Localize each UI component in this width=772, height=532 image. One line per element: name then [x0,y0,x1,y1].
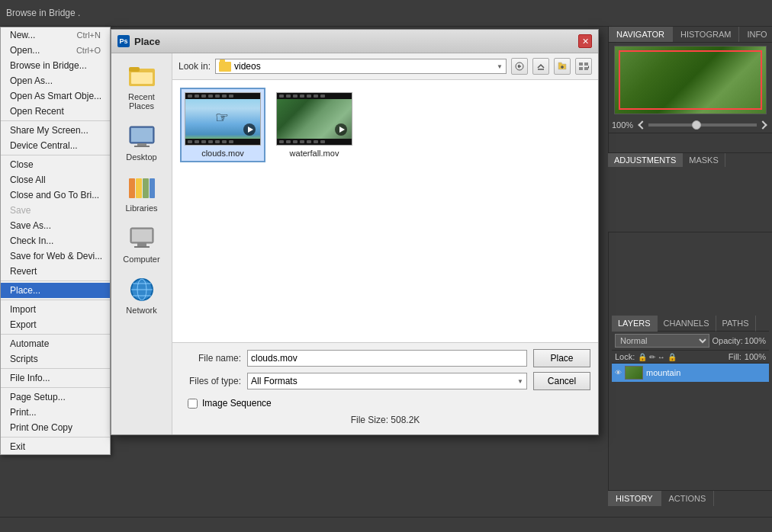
menu-item-new-shortcut: Ctrl+N [77,30,101,40]
fill-value[interactable]: 100% [745,352,766,361]
menu-item-close-bridge[interactable]: Close and Go To Bri... [1,187,110,203]
menu-item-new[interactable]: New... Ctrl+N [1,27,110,43]
layers-tabs: LAYERS CHANNELS PATHS [612,316,769,332]
menu-item-revert[interactable]: Revert [1,264,110,279]
tab-actions[interactable]: ACTIONS [661,491,715,506]
tab-info[interactable]: INFO [739,27,772,42]
divider-7 [1,387,110,388]
filename-row: File name: Place [180,349,590,367]
zoom-right-arrow[interactable] [758,120,767,129]
menu-item-close-all[interactable]: Close All [1,172,110,187]
menu-item-close[interactable]: Close [1,157,110,172]
tab-paths[interactable]: PATHS [716,316,756,332]
right-panel: NAVIGATOR HISTOGRAM INFO 100% ADJUSTMENT… [608,27,772,532]
dialog-title: Ps Place [117,35,160,47]
sidebar-libraries[interactable]: Libraries [115,171,169,216]
menu-item-share[interactable]: Share My Screen... [1,123,110,138]
nav-preview [614,46,767,114]
file-thumb-waterfall [276,92,352,146]
tab-channels[interactable]: CHANNELS [658,316,716,332]
menu-item-save-web-label: Save for Web & Devi... [10,251,102,261]
adj-tabs: ADJUSTMENTS MASKS [608,153,772,167]
filename-input[interactable] [247,350,527,367]
menu-item-open[interactable]: Open... Ctrl+O [1,43,110,58]
layer-name: mountain [646,368,680,377]
divider-6 [1,368,110,369]
filetype-select[interactable]: All Formats ▼ [247,373,527,389]
view-button[interactable] [575,58,592,75]
menu-item-open-shortcut: Ctrl+O [76,46,101,55]
filetype-value: All Formats [251,376,298,386]
menu-item-automate[interactable]: Automate [1,336,110,351]
history-tabs: HISTORY ACTIONS [608,491,772,506]
divider-5 [1,334,110,335]
tab-masks[interactable]: MASKS [683,153,725,167]
dialog-titlebar: Ps Place ✕ [111,30,598,53]
tab-layers[interactable]: LAYERS [612,316,658,332]
blend-mode-select[interactable]: Normal [615,334,709,348]
menu-item-print[interactable]: Print... [1,405,110,420]
menu-item-open-as[interactable]: Open As... [1,73,110,88]
sidebar-computer[interactable]: Computer [115,222,169,267]
file-item-clouds[interactable]: ☞ clouds.mov [180,88,265,162]
place-button[interactable]: Place [533,349,590,367]
play-triangle-waterfall [339,127,345,133]
sidebar-recent-places[interactable]: Recent Places [115,59,169,114]
dialog-close-button[interactable]: ✕ [578,34,592,48]
menu-item-place[interactable]: Place... [1,283,110,298]
play-button-waterfall[interactable] [335,123,347,136]
menu-item-export[interactable]: Export [1,317,110,332]
channels-area: LAYERS CHANNELS PATHS Normal Opacity: 10… [609,312,772,385]
sidebar-desktop[interactable]: Desktop [115,120,169,165]
menu-item-file-info[interactable]: File Info... [1,370,110,386]
recent-places-icon [128,62,156,90]
svg-rect-4 [131,128,153,142]
svg-rect-10 [150,178,155,198]
nav-up-button[interactable] [532,58,549,75]
layer-mountain[interactable]: 👁 mountain [612,364,769,382]
svg-rect-24 [579,62,583,66]
menu-item-import[interactable]: Import [1,302,110,317]
sidebar-network[interactable]: Network [115,273,169,318]
nav-preview-border [619,50,762,110]
play-button-clouds[interactable] [243,123,256,136]
menu-item-save-web[interactable]: Save for Web & Devi... [1,248,110,264]
tab-navigator[interactable]: NAVIGATOR [609,27,673,42]
menu-item-save-as[interactable]: Save As... [1,218,110,233]
menu-item-device-central[interactable]: Device Central... [1,138,110,153]
waterfall-preview [277,93,352,145]
image-sequence-checkbox[interactable] [188,399,198,409]
dialog-main: Look in: videos ▼ [172,53,598,434]
cancel-button[interactable]: Cancel [533,372,590,390]
menu-item-open-as-label: Open As... [10,75,53,86]
eye-icon[interactable]: 👁 [615,369,622,377]
opacity-value[interactable]: 100% [745,336,766,345]
menu-item-save[interactable]: Save [1,203,110,218]
new-folder-button[interactable] [554,58,571,75]
menu-item-exit[interactable]: Exit [1,439,110,454]
menu-item-page-setup[interactable]: Page Setup... [1,389,110,405]
file-item-waterfall[interactable]: waterfall.mov [272,88,357,162]
lookin-dropdown[interactable]: videos ▼ [215,59,507,74]
svg-rect-5 [137,143,146,146]
menu-item-scripts-label: Scripts [10,354,38,364]
menu-item-scripts[interactable]: Scripts [1,351,110,367]
svg-rect-26 [579,67,583,70]
file-label-clouds: clouds.mov [201,149,244,158]
computer-label: Computer [123,255,159,264]
tab-adjustments[interactable]: ADJUSTMENTS [608,153,683,167]
current-folder: videos [234,61,261,72]
menu-item-open-recent[interactable]: Open Recent [1,104,110,119]
tab-histogram[interactable]: HISTOGRAM [673,27,739,42]
file-thumb-clouds: ☞ [185,92,261,146]
menu-item-print-one-copy[interactable]: Print One Copy [1,420,110,435]
menu-item-open-smart[interactable]: Open As Smart Obje... [1,88,110,104]
nav-back-button[interactable] [511,58,528,75]
tab-history[interactable]: HISTORY [608,491,661,506]
zoom-slider[interactable] [648,123,757,127]
menu-item-browse-bridge[interactable]: Browse in Bridge... [1,58,110,73]
desktop-icon [128,123,156,150]
zoom-left-arrow[interactable] [638,120,646,129]
menu-item-print-label: Print... [10,407,37,418]
menu-item-check-in[interactable]: Check In... [1,233,110,248]
